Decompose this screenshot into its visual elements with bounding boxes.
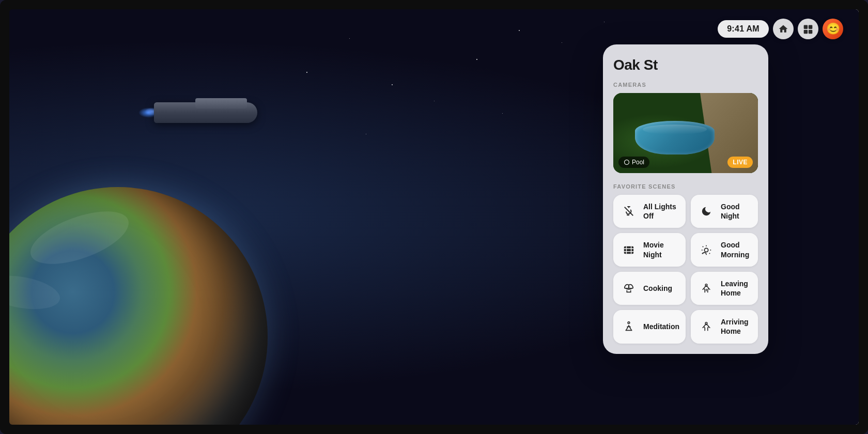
camera-feed[interactable]: Pool LIVE [613, 93, 758, 173]
scene-icon-cooking [619, 279, 638, 298]
svg-line-16 [709, 253, 710, 253]
live-badge: LIVE [727, 157, 753, 168]
home-icon-button[interactable] [773, 19, 794, 39]
tv-screen: 9:41 AM 😊 Oak St [9, 9, 859, 425]
favorite-scenes-label: FAVORITE SCENES [613, 183, 758, 190]
tv-frame: 9:41 AM 😊 Oak St [0, 0, 868, 434]
scene-button-leaving-home[interactable]: Leaving Home [691, 272, 758, 305]
svg-point-19 [628, 322, 630, 324]
svg-point-18 [705, 284, 707, 286]
scene-icon-leaving-home [697, 279, 716, 298]
svg-point-10 [704, 248, 708, 252]
scene-button-cooking[interactable]: Cooking [613, 272, 686, 305]
scene-button-good-night[interactable]: Good Night [691, 195, 758, 228]
scene-icon-good-morning [697, 241, 716, 259]
home-icon [778, 24, 788, 34]
camera-icon [624, 159, 630, 165]
tv-bezel-bottom [0, 425, 868, 434]
cameras-label: CAMERAS [613, 82, 758, 88]
scene-name-cooking: Cooking [643, 284, 672, 293]
scene-icon-movie-night [619, 241, 638, 259]
scene-name-leaving-home: Leaving Home [721, 279, 752, 298]
svg-rect-5 [624, 246, 633, 254]
avatar-emoji: 😊 [826, 22, 840, 36]
scene-icon-good-night [697, 202, 716, 221]
scene-name-all-lights-off: All Lights Off [643, 202, 679, 221]
svg-rect-3 [809, 30, 813, 34]
svg-point-20 [705, 322, 707, 324]
time-pill: 9:41 AM [718, 20, 769, 38]
scene-name-good-night: Good Night [721, 202, 752, 221]
multiwindow-icon-button[interactable] [798, 19, 818, 39]
panel-title: Oak St [613, 57, 758, 73]
multiwindow-icon [803, 24, 813, 34]
svg-rect-0 [804, 25, 808, 29]
status-bar: 9:41 AM 😊 [718, 19, 843, 39]
cameras-section: CAMERAS Pool LIVE [613, 82, 758, 173]
svg-rect-1 [809, 25, 813, 29]
scene-button-meditation[interactable]: Meditation [613, 310, 686, 343]
home-panel: Oak St CAMERAS Pool LIVE [603, 44, 768, 354]
scenes-grid: All Lights Off Good Night Movie Night Go… [613, 195, 758, 344]
scene-icon-all-lights-off [619, 202, 638, 221]
scene-name-movie-night: Movie Night [643, 240, 679, 259]
scene-button-all-lights-off[interactable]: All Lights Off [613, 195, 686, 228]
scene-name-good-morning: Good Morning [721, 240, 752, 259]
svg-rect-2 [804, 30, 808, 34]
scene-button-good-morning[interactable]: Good Morning [691, 233, 758, 266]
tv-bezel-top [0, 0, 868, 9]
spaceship [138, 92, 273, 133]
scene-name-arriving-home: Arriving Home [721, 317, 752, 336]
scene-button-movie-night[interactable]: Movie Night [613, 233, 686, 266]
scene-icon-meditation [619, 317, 638, 336]
scenes-section: FAVORITE SCENES All Lights Off Good Nigh… [613, 183, 758, 344]
svg-line-15 [703, 246, 703, 246]
scene-name-meditation: Meditation [643, 322, 679, 331]
scene-button-arriving-home[interactable]: Arriving Home [691, 310, 758, 343]
avatar-button[interactable]: 😊 [823, 19, 843, 39]
camera-name: Pool [632, 159, 644, 166]
pool-shape [635, 121, 715, 154]
camera-label: Pool [618, 157, 649, 168]
status-time: 9:41 AM [727, 24, 760, 34]
scene-icon-arriving-home [697, 317, 716, 336]
